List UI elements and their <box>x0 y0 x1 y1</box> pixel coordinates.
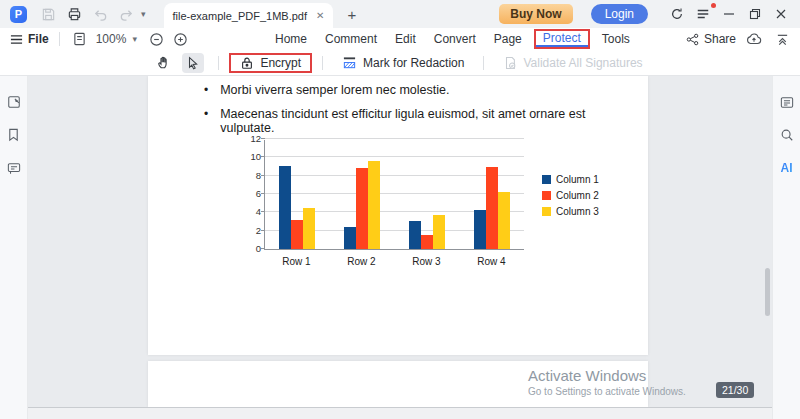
page-view-icon[interactable] <box>70 30 90 48</box>
notifications-menu-icon[interactable] <box>692 4 714 24</box>
undo-icon[interactable] <box>90 4 110 24</box>
notification-dot <box>711 3 716 8</box>
bar <box>279 166 291 249</box>
document-tab-title: file-example_PDF_1MB.pdf <box>173 10 308 22</box>
zoom-level-value[interactable]: 100% <box>96 32 127 46</box>
redaction-label: Mark for Redaction <box>363 56 464 70</box>
document-tab[interactable]: file-example_PDF_1MB.pdf ✕ <box>164 3 334 28</box>
hamburger-icon <box>10 33 23 46</box>
encrypt-button[interactable]: Encrypt <box>229 53 312 73</box>
y-tick <box>261 138 265 139</box>
pdf-page: Morbi viverra semper lorem nec molestie.… <box>148 76 648 355</box>
bar <box>291 220 303 249</box>
titlebar-more-caret-icon[interactable]: ▾ <box>141 9 146 19</box>
validate-signature-icon <box>503 56 517 70</box>
file-menu-label: File <box>28 32 49 46</box>
chart-plot-area: 024681012 <box>264 140 524 250</box>
y-axis-label: 8 <box>237 170 261 181</box>
cloud-icon[interactable] <box>744 30 764 48</box>
menu-tab-comment[interactable]: Comment <box>316 30 386 48</box>
validate-signatures-button[interactable]: Validate All Signatures <box>494 54 651 72</box>
thumbnails-panel-icon[interactable] <box>6 94 22 110</box>
bar <box>303 208 315 249</box>
bar <box>356 168 368 249</box>
ai-assistant-icon[interactable]: AI <box>779 160 795 176</box>
bullet-item: Morbi viverra semper lorem nec molestie. <box>204 83 634 97</box>
protect-toolbar: Encrypt Mark for Redaction Validate All … <box>0 50 800 76</box>
x-axis-label: Row 3 <box>394 256 459 267</box>
bar <box>433 215 445 249</box>
file-menu-button[interactable]: File <box>10 32 49 46</box>
lock-icon <box>240 56 254 70</box>
bar <box>474 210 486 249</box>
menu-tabs: HomeCommentEditConvertPageProtectTools <box>266 28 639 50</box>
pdf-editor-window: P ▾ file-example_PDF_1MB.pdf ✕ + Buy Now… <box>0 0 800 419</box>
titlebar: P ▾ file-example_PDF_1MB.pdf ✕ + Buy Now… <box>0 0 800 28</box>
legend-swatch <box>542 175 551 184</box>
legend-entry: Column 3 <box>542 206 599 217</box>
bar-group-row-4 <box>459 140 524 249</box>
zoom-out-icon[interactable] <box>147 30 167 48</box>
redaction-icon <box>342 56 357 70</box>
collapse-toolbar-icon[interactable] <box>772 30 792 48</box>
restore-icon[interactable] <box>744 4 766 24</box>
ai-label: AI <box>781 161 793 175</box>
print-icon[interactable] <box>64 4 84 24</box>
new-tab-icon[interactable]: + <box>347 6 356 23</box>
select-tool-icon[interactable] <box>182 53 204 73</box>
menubar: File 100% ▾ HomeCommentEditConvertPagePr… <box>0 28 800 50</box>
annotations-list-icon[interactable] <box>779 94 795 110</box>
legend-entry: Column 1 <box>542 174 599 185</box>
bar <box>498 192 510 249</box>
share-icon <box>686 33 699 46</box>
bar-chart: 024681012 Row 1Row 2Row 3Row 4 Column 1C… <box>236 132 608 280</box>
share-label: Share <box>704 32 736 46</box>
zoom-caret-icon[interactable]: ▾ <box>132 34 137 44</box>
tab-close-icon[interactable]: ✕ <box>316 10 324 21</box>
bookmarks-panel-icon[interactable] <box>6 127 22 143</box>
bar <box>409 221 421 249</box>
bar <box>486 167 498 250</box>
legend-label: Column 3 <box>556 206 599 217</box>
mark-for-redaction-button[interactable]: Mark for Redaction <box>333 54 473 72</box>
legend-entry: Column 2 <box>542 190 599 201</box>
menu-tab-page[interactable]: Page <box>485 30 531 48</box>
encrypt-label: Encrypt <box>260 56 301 70</box>
x-axis-label: Row 1 <box>264 256 329 267</box>
bars-row <box>265 140 524 249</box>
x-axis-label: Row 2 <box>329 256 394 267</box>
search-icon[interactable] <box>779 127 795 143</box>
bar <box>421 235 433 249</box>
close-window-icon[interactable] <box>770 4 792 24</box>
chart-legend: Column 1Column 2Column 3 <box>542 174 599 217</box>
bar-group-row-1 <box>265 140 330 249</box>
y-axis-label: 6 <box>237 188 261 199</box>
vertical-scrollbar[interactable] <box>765 268 770 316</box>
hand-tool-icon[interactable] <box>152 53 174 73</box>
y-axis-label: 12 <box>237 133 261 144</box>
gridline <box>265 138 524 139</box>
comments-panel-icon[interactable] <box>6 160 22 176</box>
left-sidebar <box>0 76 28 419</box>
horizontal-scrollbar[interactable] <box>28 407 772 419</box>
menu-tab-home[interactable]: Home <box>266 30 316 48</box>
y-axis-label: 2 <box>237 225 261 236</box>
bar-group-row-3 <box>395 140 460 249</box>
x-axis-label: Row 4 <box>459 256 524 267</box>
legend-swatch <box>542 191 551 200</box>
menu-tab-tools[interactable]: Tools <box>593 30 639 48</box>
buy-now-button[interactable]: Buy Now <box>499 4 572 24</box>
menu-tab-edit[interactable]: Edit <box>386 30 425 48</box>
sync-icon[interactable] <box>666 4 688 24</box>
zoom-in-icon[interactable] <box>171 30 191 48</box>
share-button[interactable]: Share <box>686 32 736 46</box>
y-axis-label: 0 <box>237 243 261 254</box>
redo-icon[interactable] <box>116 4 136 24</box>
menu-tab-convert[interactable]: Convert <box>425 30 485 48</box>
minimize-icon[interactable] <box>718 4 740 24</box>
document-canvas[interactable]: Morbi viverra semper lorem nec molestie.… <box>28 76 772 419</box>
bar <box>344 227 356 249</box>
login-button[interactable]: Login <box>591 4 648 24</box>
save-icon[interactable] <box>38 4 58 24</box>
menu-tab-protect[interactable]: Protect <box>534 29 590 49</box>
